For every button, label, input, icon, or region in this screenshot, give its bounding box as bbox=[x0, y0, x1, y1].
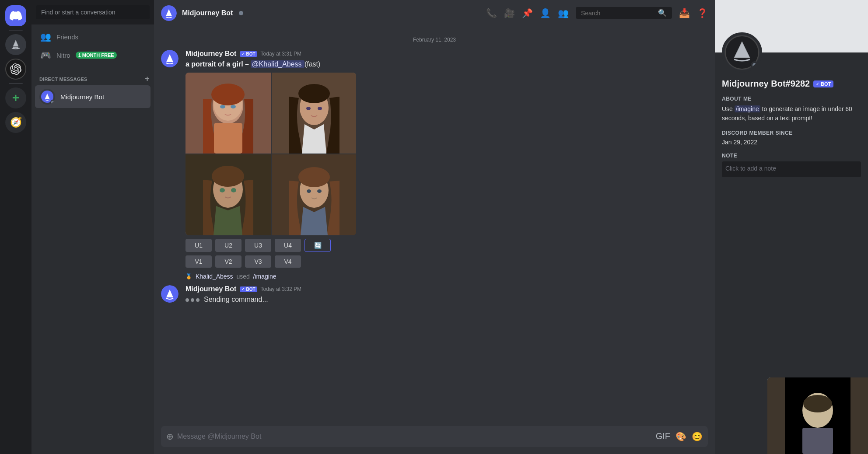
phone-icon[interactable]: 📞 bbox=[486, 8, 497, 18]
v4-button[interactable]: V4 bbox=[275, 255, 301, 268]
server-divider bbox=[9, 30, 23, 31]
profile-name-row: Midjourney Bot#9282 ✓ BOT bbox=[722, 79, 861, 89]
dot-1 bbox=[186, 298, 189, 302]
midjourney-dm-item[interactable]: Midjourney Bot bbox=[35, 85, 150, 108]
midjourney-username: Midjourney Bot bbox=[60, 93, 104, 101]
image-cell-3[interactable] bbox=[186, 154, 271, 235]
member-since-section: DISCORD MEMBER SINCE Jan 29, 2022 bbox=[722, 130, 861, 146]
nitro-icon: 🎮 bbox=[40, 50, 51, 60]
message-text-1: a portrait of a girl – @Khalid_Abess (fa… bbox=[186, 59, 708, 69]
system-message-text: Khalid_Abess used /imagine bbox=[196, 273, 276, 280]
profile-avatar-large bbox=[722, 32, 762, 73]
explore-servers-button[interactable]: 🧭 bbox=[5, 112, 26, 133]
svg-point-20 bbox=[231, 188, 236, 192]
profile-status-dot bbox=[751, 61, 759, 69]
bot-badge-2: ✓ BOT bbox=[240, 286, 257, 292]
about-me-title: ABOUT ME bbox=[722, 96, 861, 102]
svg-point-8 bbox=[220, 105, 225, 108]
add-attachment-icon[interactable]: ⊕ bbox=[166, 431, 174, 442]
v3-button[interactable]: V3 bbox=[245, 255, 271, 268]
svg-point-19 bbox=[220, 188, 225, 192]
u1-button[interactable]: U1 bbox=[186, 239, 212, 252]
svg-rect-34 bbox=[767, 377, 785, 454]
server-sidebar: + 🧭 bbox=[0, 0, 32, 454]
midjourney-status-dot bbox=[50, 100, 55, 105]
chat-header-avatar bbox=[161, 5, 177, 21]
svg-point-23 bbox=[298, 167, 330, 187]
video-icon[interactable]: 🎥 bbox=[504, 8, 515, 18]
note-section: NOTE Click to add a note bbox=[722, 153, 861, 177]
message-group-2: Midjourney Bot ✓ BOT Today at 3:32 PM Se… bbox=[154, 282, 715, 308]
image-cell-2[interactable] bbox=[272, 73, 356, 154]
message-group-1: Midjourney Bot ✓ BOT Today at 3:31 PM a … bbox=[154, 46, 715, 271]
system-mention-user[interactable]: Khalid_Abess bbox=[196, 273, 233, 280]
friends-nav-item[interactable]: 👥 Friends bbox=[36, 28, 150, 45]
dm-section-header: Direct Messages + bbox=[32, 67, 154, 85]
profile-name: Midjourney Bot#9282 bbox=[722, 79, 810, 89]
message-input[interactable] bbox=[177, 427, 656, 446]
video-person bbox=[767, 377, 868, 454]
svg-rect-10 bbox=[214, 123, 242, 154]
nitro-badge: 1 MONTH FREE bbox=[76, 52, 117, 59]
inbox-icon[interactable]: 📥 bbox=[679, 8, 690, 18]
system-command[interactable]: /imagine bbox=[253, 273, 276, 280]
image-grid[interactable] bbox=[186, 73, 356, 235]
member-since-title: DISCORD MEMBER SINCE bbox=[722, 130, 861, 136]
image-cell-4[interactable] bbox=[272, 154, 356, 235]
find-conversation-input[interactable]: Find or start a conversation bbox=[36, 5, 150, 19]
date-divider: February 11, 2023 bbox=[154, 33, 715, 46]
discord-home-icon[interactable] bbox=[5, 5, 26, 26]
bot-username-2: Midjourney Bot bbox=[186, 285, 236, 293]
bot-avatar-2 bbox=[161, 285, 178, 303]
chat-input-box: ⊕ GIF 🎨 😊 bbox=[161, 426, 708, 447]
message-content-1: Midjourney Bot ✓ BOT Today at 3:31 PM a … bbox=[186, 50, 708, 268]
u3-button[interactable]: U3 bbox=[245, 239, 271, 252]
emoji-icon[interactable]: 😊 bbox=[692, 431, 703, 442]
v2-button[interactable]: V2 bbox=[215, 255, 242, 268]
image-cell-1[interactable] bbox=[186, 73, 271, 154]
svg-point-14 bbox=[306, 107, 311, 110]
server-icon-boat[interactable] bbox=[5, 34, 26, 55]
add-dm-button[interactable]: + bbox=[145, 74, 150, 84]
message-timestamp-2: Today at 3:32 PM bbox=[261, 286, 301, 292]
profile-body: Midjourney Bot#9282 ✓ BOT ABOUT ME Use /… bbox=[715, 52, 868, 191]
add-member-icon[interactable]: 👤 bbox=[540, 8, 551, 18]
pin-icon[interactable]: 📌 bbox=[522, 8, 533, 18]
server-divider-2 bbox=[9, 83, 23, 84]
friends-icon: 👥 bbox=[40, 31, 51, 42]
profile-bot-badge: ✓ BOT bbox=[813, 80, 833, 87]
search-box[interactable]: 🔍 bbox=[576, 7, 672, 19]
mention-khalid[interactable]: @Khalid_Abess bbox=[251, 60, 304, 68]
system-message: 🏅 Khalid_Abess used /imagine bbox=[154, 271, 715, 282]
search-input[interactable] bbox=[581, 10, 654, 17]
input-icons: GIF 🎨 😊 bbox=[656, 431, 703, 442]
search-icon: 🔍 bbox=[658, 9, 667, 17]
nitro-nav-item[interactable]: 🎮 Nitro 1 MONTH FREE bbox=[36, 46, 150, 64]
gif-icon[interactable]: GIF bbox=[656, 431, 670, 442]
svg-point-15 bbox=[318, 107, 322, 110]
message-header-2: Midjourney Bot ✓ BOT Today at 3:32 PM bbox=[186, 285, 708, 293]
u4-button[interactable]: U4 bbox=[275, 239, 301, 252]
svg-point-33 bbox=[803, 395, 832, 412]
svg-point-13 bbox=[298, 84, 330, 103]
add-server-button[interactable]: + bbox=[5, 87, 26, 108]
svg-point-18 bbox=[212, 166, 244, 187]
refresh-button[interactable]: 🔄 bbox=[304, 239, 331, 252]
member-list-icon[interactable]: 👥 bbox=[558, 8, 569, 18]
v1-button[interactable]: V1 bbox=[186, 255, 212, 268]
u2-button[interactable]: U2 bbox=[215, 239, 242, 252]
note-input[interactable]: Click to add a note bbox=[722, 161, 861, 177]
server-icon-openai[interactable] bbox=[5, 59, 26, 80]
dm-nav: 👥 Friends 🎮 Nitro 1 MONTH FREE bbox=[32, 24, 154, 67]
message-header-1: Midjourney Bot ✓ BOT Today at 3:31 PM bbox=[186, 50, 708, 58]
action-buttons-row1: U1 U2 U3 U4 🔄 bbox=[186, 239, 708, 252]
header-actions: 📞 🎥 📌 👤 👥 🔍 📥 ❓ bbox=[486, 7, 708, 19]
help-icon[interactable]: ❓ bbox=[697, 8, 708, 18]
svg-point-25 bbox=[317, 189, 322, 193]
svg-point-24 bbox=[307, 189, 311, 193]
action-buttons-row2: V1 V2 V3 V4 bbox=[186, 255, 708, 268]
chat-header-name: Midjourney Bot bbox=[182, 9, 233, 17]
sticker-icon[interactable]: 🎨 bbox=[676, 431, 686, 442]
bot-badge-1: ✓ BOT bbox=[240, 51, 257, 57]
dm-search-bar: Find or start a conversation bbox=[32, 0, 154, 24]
